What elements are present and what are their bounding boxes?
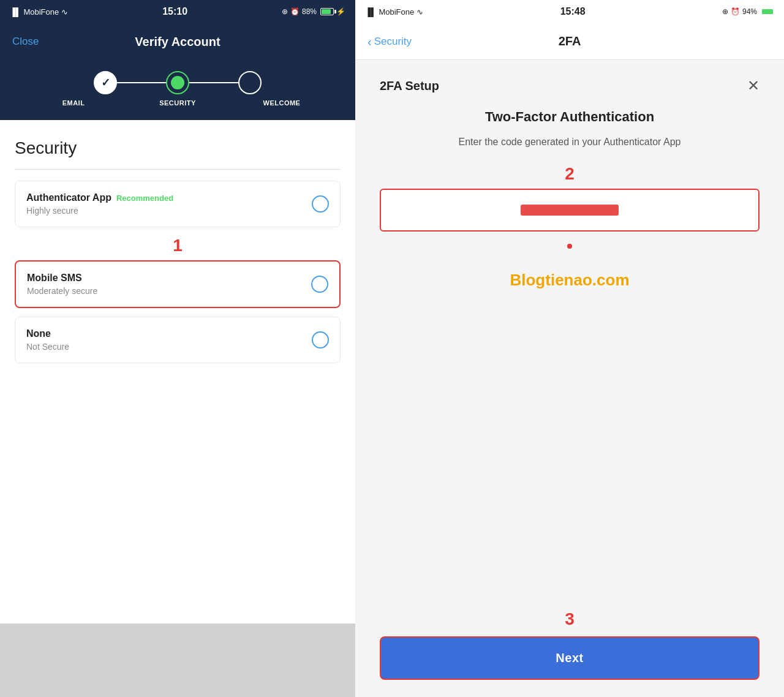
battery-percent-right: 94%: [742, 7, 757, 16]
section-title-left: Security: [15, 138, 341, 158]
chevron-left-icon: ‹: [368, 36, 372, 48]
carrier-right: MobiFone: [379, 7, 414, 17]
two-fa-subtitle: Enter the code generated in your Authent…: [380, 135, 760, 149]
battery-percent-left: 88%: [302, 7, 317, 16]
mobile-sms-subtitle: Moderately secure: [27, 286, 97, 296]
active-dot: [171, 76, 184, 89]
at-icon-left: ⊕: [282, 7, 288, 16]
step-line-1: [117, 82, 166, 83]
authenticator-app-option[interactable]: Authenticator App Recommended Highly sec…: [15, 181, 341, 227]
step-line-2: [189, 82, 238, 83]
annotation-2: 2: [380, 164, 760, 184]
signal-icon-left: ▐▌: [10, 7, 21, 17]
content-right: 2FA Setup ✕ Two-Factor Authentication En…: [355, 60, 784, 697]
none-radio[interactable]: [312, 331, 329, 348]
nav-bar-right: ‹ Security 2FA: [355, 23, 784, 60]
battery-area-right: ⊕ ⏰ 94%: [722, 7, 774, 16]
label-security: SECURITY: [150, 99, 205, 107]
modal-title: 2FA Setup: [380, 79, 439, 93]
authenticator-title-row: Authenticator App Recommended: [26, 192, 173, 203]
bottom-gray-area: [0, 624, 355, 697]
label-email: EMAIL: [46, 99, 101, 107]
content-left: Security Authenticator App Recommended H…: [0, 120, 355, 624]
carrier-info-right: ▐▌ MobiFone ∿: [365, 7, 423, 17]
close-button[interactable]: Close: [12, 36, 39, 48]
status-bar-right: ▐▌ MobiFone ∿ 15:48 ⊕ ⏰ 94%: [355, 0, 784, 23]
step-welcome-circle: [238, 71, 262, 94]
none-subtitle: Not Secure: [26, 342, 69, 352]
signal-icon-right: ▐▌: [365, 7, 376, 17]
none-info: None Not Secure: [26, 328, 69, 352]
carrier-left: MobiFone: [23, 7, 59, 17]
mobile-sms-title: Mobile SMS: [27, 273, 82, 284]
redacted-content: [521, 205, 619, 216]
right-panel: ▐▌ MobiFone ∿ 15:48 ⊕ ⏰ 94% ‹ Security 2…: [355, 0, 784, 697]
red-dot-indicator: [567, 244, 572, 249]
progress-steps: ✓: [12, 71, 343, 94]
wifi-icon-right: ∿: [417, 7, 423, 17]
nav-bar-left: Close Verify Account: [0, 23, 355, 60]
battery-area-left: ⊕ ⏰ 88% ⚡: [282, 7, 345, 16]
carrier-info-left: ▐▌ MobiFone ∿: [10, 7, 68, 17]
close-modal-button[interactable]: ✕: [747, 77, 760, 94]
two-fa-title: Two-Factor Authentication: [380, 109, 760, 125]
alarm-icon-right: ⏰: [731, 7, 740, 16]
modal-header: 2FA Setup ✕: [380, 77, 760, 94]
none-title-row: None: [26, 328, 69, 339]
watermark-text: Blogtienao.com: [380, 271, 760, 290]
nav-title-left: Verify Account: [135, 35, 220, 49]
at-icon-right: ⊕: [722, 7, 728, 16]
label-welcome: WELCOME: [254, 99, 309, 107]
time-left: 15:10: [68, 6, 282, 17]
battery-icon-left: [320, 8, 334, 15]
back-button[interactable]: ‹ Security: [368, 36, 412, 48]
back-label: Security: [374, 36, 412, 48]
authenticator-subtitle: Highly secure: [26, 206, 173, 216]
auth-code-input-container[interactable]: [380, 189, 760, 232]
bolt-icon-left: ⚡: [336, 7, 345, 16]
step-security-circle: [166, 71, 189, 94]
left-panel: ▐▌ MobiFone ∿ 15:10 ⊕ ⏰ 88% ⚡ Close Veri…: [0, 0, 355, 697]
nav-title-right: 2FA: [559, 34, 581, 48]
spacer: [380, 304, 760, 609]
battery-icon-right: [761, 8, 774, 15]
step-email-circle: ✓: [94, 71, 117, 94]
step-labels: EMAIL SECURITY WELCOME: [12, 99, 343, 107]
authenticator-info: Authenticator App Recommended Highly sec…: [26, 192, 173, 216]
authenticator-title: Authenticator App: [26, 192, 111, 203]
annotation-1: 1: [15, 236, 341, 255]
next-button[interactable]: Next: [380, 636, 760, 680]
mobile-sms-option[interactable]: Mobile SMS Moderately secure: [15, 260, 341, 308]
status-bar-left: ▐▌ MobiFone ∿ 15:10 ⊕ ⏰ 88% ⚡: [0, 0, 355, 23]
mobile-sms-info: Mobile SMS Moderately secure: [27, 273, 97, 296]
alarm-icon-left: ⏰: [290, 7, 300, 16]
divider-left: [15, 169, 341, 170]
mobile-sms-radio[interactable]: [311, 276, 328, 293]
time-right: 15:48: [423, 6, 722, 17]
none-option[interactable]: None Not Secure: [15, 317, 341, 363]
check-icon-email: ✓: [101, 76, 110, 89]
mobile-sms-title-row: Mobile SMS: [27, 273, 97, 284]
authenticator-radio[interactable]: [312, 195, 329, 213]
wifi-icon-left: ∿: [61, 7, 68, 17]
none-title: None: [26, 328, 51, 339]
annotation-3: 3: [380, 609, 760, 629]
recommended-badge: Recommended: [116, 194, 173, 203]
progress-section: ✓ EMAIL SECURITY WELCOME: [0, 60, 355, 120]
